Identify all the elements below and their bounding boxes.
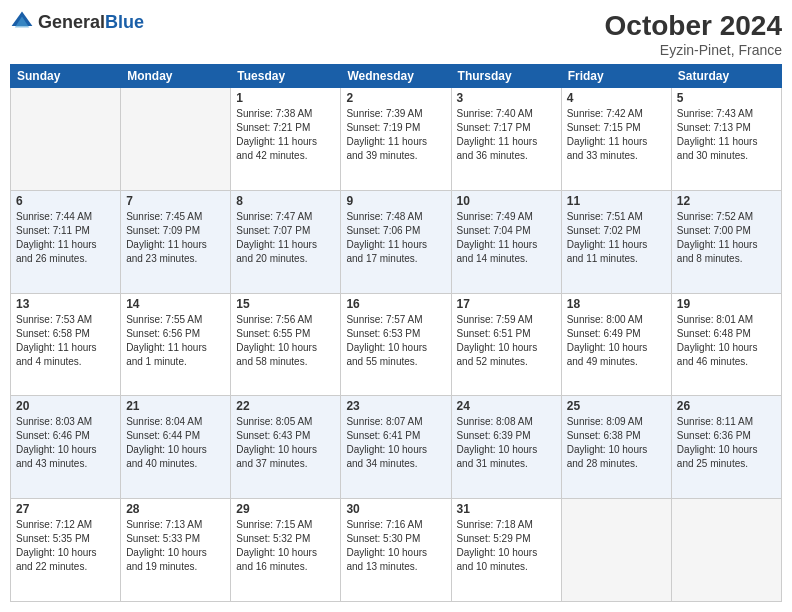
day-number: 11 (567, 194, 666, 208)
table-row: 8Sunrise: 7:47 AM Sunset: 7:07 PM Daylig… (231, 190, 341, 293)
day-info: Sunrise: 7:57 AM Sunset: 6:53 PM Dayligh… (346, 313, 445, 369)
table-row: 22Sunrise: 8:05 AM Sunset: 6:43 PM Dayli… (231, 396, 341, 499)
table-row: 27Sunrise: 7:12 AM Sunset: 5:35 PM Dayli… (11, 499, 121, 602)
day-number: 27 (16, 502, 115, 516)
table-row: 30Sunrise: 7:16 AM Sunset: 5:30 PM Dayli… (341, 499, 451, 602)
table-row (561, 499, 671, 602)
day-info: Sunrise: 8:01 AM Sunset: 6:48 PM Dayligh… (677, 313, 776, 369)
day-number: 25 (567, 399, 666, 413)
day-info: Sunrise: 8:09 AM Sunset: 6:38 PM Dayligh… (567, 415, 666, 471)
col-sunday: Sunday (11, 65, 121, 88)
table-row: 16Sunrise: 7:57 AM Sunset: 6:53 PM Dayli… (341, 293, 451, 396)
day-number: 24 (457, 399, 556, 413)
day-number: 7 (126, 194, 225, 208)
day-number: 4 (567, 91, 666, 105)
col-tuesday: Tuesday (231, 65, 341, 88)
day-info: Sunrise: 7:48 AM Sunset: 7:06 PM Dayligh… (346, 210, 445, 266)
day-info: Sunrise: 7:16 AM Sunset: 5:30 PM Dayligh… (346, 518, 445, 574)
day-info: Sunrise: 8:04 AM Sunset: 6:44 PM Dayligh… (126, 415, 225, 471)
day-info: Sunrise: 7:15 AM Sunset: 5:32 PM Dayligh… (236, 518, 335, 574)
day-info: Sunrise: 7:56 AM Sunset: 6:55 PM Dayligh… (236, 313, 335, 369)
logo-icon (10, 10, 34, 34)
calendar-week-row: 27Sunrise: 7:12 AM Sunset: 5:35 PM Dayli… (11, 499, 782, 602)
day-info: Sunrise: 7:49 AM Sunset: 7:04 PM Dayligh… (457, 210, 556, 266)
day-info: Sunrise: 8:11 AM Sunset: 6:36 PM Dayligh… (677, 415, 776, 471)
day-info: Sunrise: 7:42 AM Sunset: 7:15 PM Dayligh… (567, 107, 666, 163)
day-number: 23 (346, 399, 445, 413)
day-info: Sunrise: 7:55 AM Sunset: 6:56 PM Dayligh… (126, 313, 225, 369)
table-row: 28Sunrise: 7:13 AM Sunset: 5:33 PM Dayli… (121, 499, 231, 602)
month-title: October 2024 (605, 10, 782, 42)
table-row: 21Sunrise: 8:04 AM Sunset: 6:44 PM Dayli… (121, 396, 231, 499)
day-number: 17 (457, 297, 556, 311)
day-info: Sunrise: 7:44 AM Sunset: 7:11 PM Dayligh… (16, 210, 115, 266)
table-row: 10Sunrise: 7:49 AM Sunset: 7:04 PM Dayli… (451, 190, 561, 293)
day-number: 26 (677, 399, 776, 413)
day-number: 20 (16, 399, 115, 413)
day-info: Sunrise: 8:00 AM Sunset: 6:49 PM Dayligh… (567, 313, 666, 369)
day-info: Sunrise: 7:13 AM Sunset: 5:33 PM Dayligh… (126, 518, 225, 574)
day-number: 15 (236, 297, 335, 311)
table-row: 11Sunrise: 7:51 AM Sunset: 7:02 PM Dayli… (561, 190, 671, 293)
col-wednesday: Wednesday (341, 65, 451, 88)
day-number: 10 (457, 194, 556, 208)
day-number: 30 (346, 502, 445, 516)
table-row: 19Sunrise: 8:01 AM Sunset: 6:48 PM Dayli… (671, 293, 781, 396)
day-number: 29 (236, 502, 335, 516)
logo-text: GeneralBlue (38, 13, 144, 31)
day-number: 16 (346, 297, 445, 311)
table-row (11, 88, 121, 191)
table-row: 3Sunrise: 7:40 AM Sunset: 7:17 PM Daylig… (451, 88, 561, 191)
day-number: 21 (126, 399, 225, 413)
day-info: Sunrise: 7:52 AM Sunset: 7:00 PM Dayligh… (677, 210, 776, 266)
day-info: Sunrise: 7:12 AM Sunset: 5:35 PM Dayligh… (16, 518, 115, 574)
table-row: 13Sunrise: 7:53 AM Sunset: 6:58 PM Dayli… (11, 293, 121, 396)
table-row: 25Sunrise: 8:09 AM Sunset: 6:38 PM Dayli… (561, 396, 671, 499)
col-thursday: Thursday (451, 65, 561, 88)
calendar-week-row: 13Sunrise: 7:53 AM Sunset: 6:58 PM Dayli… (11, 293, 782, 396)
table-row: 29Sunrise: 7:15 AM Sunset: 5:32 PM Dayli… (231, 499, 341, 602)
day-number: 3 (457, 91, 556, 105)
day-info: Sunrise: 7:38 AM Sunset: 7:21 PM Dayligh… (236, 107, 335, 163)
calendar-table: Sunday Monday Tuesday Wednesday Thursday… (10, 64, 782, 602)
calendar-week-row: 20Sunrise: 8:03 AM Sunset: 6:46 PM Dayli… (11, 396, 782, 499)
table-row: 2Sunrise: 7:39 AM Sunset: 7:19 PM Daylig… (341, 88, 451, 191)
table-row (671, 499, 781, 602)
header: GeneralBlue October 2024 Eyzin-Pinet, Fr… (10, 10, 782, 58)
table-row: 23Sunrise: 8:07 AM Sunset: 6:41 PM Dayli… (341, 396, 451, 499)
day-number: 9 (346, 194, 445, 208)
table-row: 4Sunrise: 7:42 AM Sunset: 7:15 PM Daylig… (561, 88, 671, 191)
table-row: 18Sunrise: 8:00 AM Sunset: 6:49 PM Dayli… (561, 293, 671, 396)
table-row: 12Sunrise: 7:52 AM Sunset: 7:00 PM Dayli… (671, 190, 781, 293)
col-friday: Friday (561, 65, 671, 88)
day-info: Sunrise: 8:07 AM Sunset: 6:41 PM Dayligh… (346, 415, 445, 471)
logo-blue: Blue (105, 12, 144, 32)
table-row: 9Sunrise: 7:48 AM Sunset: 7:06 PM Daylig… (341, 190, 451, 293)
title-block: October 2024 Eyzin-Pinet, France (605, 10, 782, 58)
day-info: Sunrise: 7:43 AM Sunset: 7:13 PM Dayligh… (677, 107, 776, 163)
day-number: 19 (677, 297, 776, 311)
day-number: 8 (236, 194, 335, 208)
calendar-week-row: 1Sunrise: 7:38 AM Sunset: 7:21 PM Daylig… (11, 88, 782, 191)
logo-general: General (38, 12, 105, 32)
location: Eyzin-Pinet, France (605, 42, 782, 58)
calendar-week-row: 6Sunrise: 7:44 AM Sunset: 7:11 PM Daylig… (11, 190, 782, 293)
day-info: Sunrise: 7:39 AM Sunset: 7:19 PM Dayligh… (346, 107, 445, 163)
day-number: 14 (126, 297, 225, 311)
table-row: 7Sunrise: 7:45 AM Sunset: 7:09 PM Daylig… (121, 190, 231, 293)
col-monday: Monday (121, 65, 231, 88)
day-info: Sunrise: 8:08 AM Sunset: 6:39 PM Dayligh… (457, 415, 556, 471)
day-info: Sunrise: 7:18 AM Sunset: 5:29 PM Dayligh… (457, 518, 556, 574)
table-row: 14Sunrise: 7:55 AM Sunset: 6:56 PM Dayli… (121, 293, 231, 396)
day-number: 31 (457, 502, 556, 516)
table-row (121, 88, 231, 191)
day-info: Sunrise: 8:05 AM Sunset: 6:43 PM Dayligh… (236, 415, 335, 471)
table-row: 15Sunrise: 7:56 AM Sunset: 6:55 PM Dayli… (231, 293, 341, 396)
day-info: Sunrise: 7:47 AM Sunset: 7:07 PM Dayligh… (236, 210, 335, 266)
table-row: 5Sunrise: 7:43 AM Sunset: 7:13 PM Daylig… (671, 88, 781, 191)
logo: GeneralBlue (10, 10, 144, 34)
table-row: 1Sunrise: 7:38 AM Sunset: 7:21 PM Daylig… (231, 88, 341, 191)
day-number: 6 (16, 194, 115, 208)
day-info: Sunrise: 7:45 AM Sunset: 7:09 PM Dayligh… (126, 210, 225, 266)
day-number: 1 (236, 91, 335, 105)
